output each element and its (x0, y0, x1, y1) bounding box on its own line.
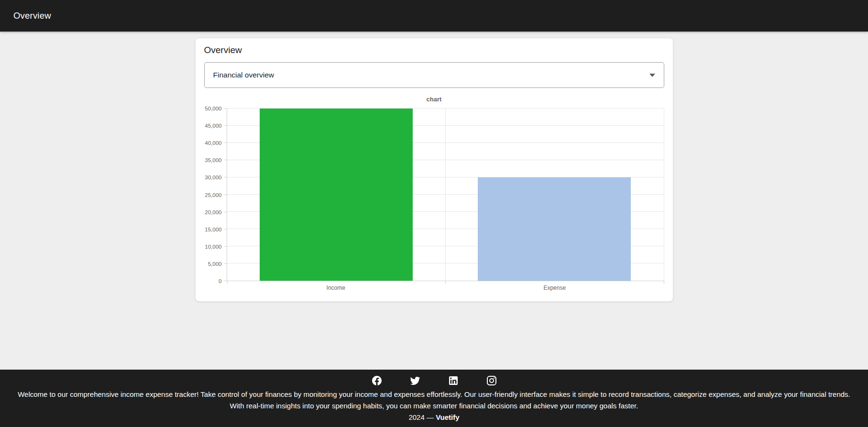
main-content: Overview Financial overview chart 05,000… (0, 32, 868, 370)
chart-title: chart (204, 96, 664, 103)
twitter-icon[interactable] (409, 375, 421, 386)
social-icons-row (17, 375, 851, 386)
y-tick-label: 30,000 (205, 175, 221, 180)
chart-body: 05,00010,00015,00020,00025,00030,00035,0… (204, 109, 664, 281)
app-bar-title: Overview (13, 11, 51, 21)
y-tick-label: 15,000 (205, 227, 221, 232)
linkedin-icon[interactable] (448, 375, 459, 386)
v-gridline (664, 109, 664, 281)
footer-description: Welcome to our comprehensive income expe… (17, 389, 851, 412)
bar-income[interactable] (260, 109, 413, 281)
footer-brand: Vuetify (436, 413, 459, 421)
card-title: Overview (204, 45, 664, 55)
chevron-down-icon (649, 74, 655, 77)
y-tick-label: 40,000 (205, 140, 221, 146)
x-label-expense: Expense (543, 285, 566, 291)
footer-year-text: 2024 — (408, 413, 436, 421)
app-bar: Overview (0, 0, 868, 32)
bar-expense[interactable] (478, 177, 631, 281)
chart-x-labels: IncomeExpense (227, 281, 664, 293)
x-label-income: Income (327, 285, 345, 291)
v-gridline (445, 109, 446, 281)
footer: Welcome to our comprehensive income expe… (0, 370, 868, 427)
y-tick-label: 20,000 (205, 209, 221, 215)
y-tick-label: 5,000 (208, 261, 222, 267)
select-value: Financial overview (213, 71, 275, 79)
y-tick-label: 0 (219, 278, 221, 284)
chart-y-axis: 05,00010,00015,00020,00025,00030,00035,0… (204, 109, 227, 281)
y-tick-label: 50,000 (205, 106, 221, 111)
y-tick-label: 25,000 (205, 192, 221, 198)
y-tick-label: 45,000 (205, 123, 221, 129)
overview-card: Overview Financial overview chart 05,000… (195, 38, 673, 302)
y-tick-label: 10,000 (205, 244, 221, 250)
facebook-icon[interactable] (371, 375, 383, 386)
instagram-icon[interactable] (486, 375, 497, 386)
bar-chart: chart 05,00010,00015,00020,00025,00030,0… (204, 96, 664, 293)
footer-copyright: 2024 — Vuetify (17, 412, 851, 423)
financial-overview-select[interactable]: Financial overview (204, 62, 664, 88)
y-tick-label: 35,000 (205, 157, 221, 163)
chart-plot (227, 109, 664, 281)
